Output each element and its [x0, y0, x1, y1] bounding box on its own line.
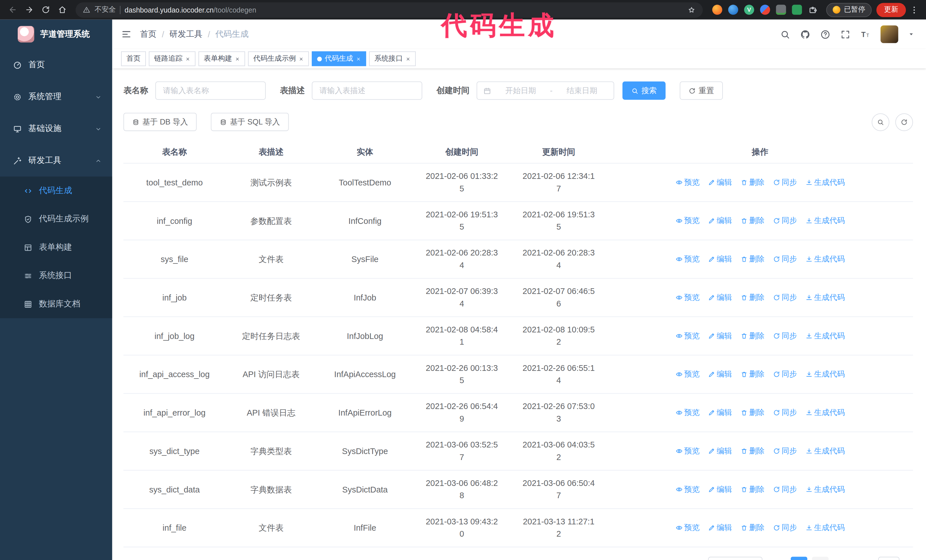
generate-code-action[interactable]: 生成代码 [805, 177, 845, 188]
close-icon[interactable] [406, 56, 410, 61]
generate-code-action[interactable]: 生成代码 [805, 522, 845, 533]
user-avatar[interactable] [881, 25, 898, 43]
sidebar-subitem-codegen-example[interactable]: 代码生成示例 [0, 205, 112, 233]
preview-action[interactable]: 预览 [675, 292, 699, 303]
import-db-button[interactable]: 基于 DB 导入 [123, 113, 197, 131]
sidebar-fold-icon[interactable] [121, 29, 132, 39]
view-tab-0[interactable]: 首页 [121, 51, 146, 66]
table-desc-input[interactable] [312, 82, 422, 100]
create-time-range-picker[interactable]: 开始日期 - 结束日期 [477, 82, 614, 100]
sync-action[interactable]: 同步 [773, 484, 797, 495]
edit-action[interactable]: 编辑 [708, 292, 732, 303]
edit-action[interactable]: 编辑 [708, 254, 732, 265]
preview-action[interactable]: 预览 [675, 407, 699, 418]
preview-action[interactable]: 预览 [675, 522, 699, 533]
preview-action[interactable]: 预览 [675, 177, 699, 188]
puzzle-extensions-icon[interactable] [808, 5, 818, 15]
refresh-table-button[interactable] [895, 113, 913, 131]
chrome-update-button[interactable]: 更新 [876, 3, 906, 17]
help-icon[interactable] [820, 29, 830, 39]
sync-action[interactable]: 同步 [773, 292, 797, 303]
toggle-search-button[interactable] [872, 113, 889, 131]
sync-action[interactable]: 同步 [773, 368, 797, 380]
sidebar-subitem-system-api[interactable]: 系统接口 [0, 261, 112, 290]
app-logo[interactable]: 芋道管理系统 [0, 20, 112, 49]
browser-menu-icon[interactable] [909, 5, 919, 15]
delete-action[interactable]: 删除 [740, 292, 764, 303]
edit-action[interactable]: 编辑 [708, 177, 732, 188]
delete-action[interactable]: 删除 [740, 368, 764, 380]
extension-icon-blue[interactable] [728, 5, 738, 15]
breadcrumb-item-devtools[interactable]: 研发工具 [169, 29, 203, 39]
view-tab-3[interactable]: 代码生成示例 [248, 51, 309, 66]
page-button-1[interactable]: 1 [791, 557, 807, 560]
sync-action[interactable]: 同步 [773, 215, 797, 226]
import-sql-button[interactable]: 基于 SQL 导入 [211, 113, 289, 131]
preview-action[interactable]: 预览 [675, 445, 699, 457]
sync-action[interactable]: 同步 [773, 330, 797, 341]
view-tab-5[interactable]: 系统接口 [369, 51, 416, 66]
delete-action[interactable]: 删除 [740, 177, 764, 188]
next-page-button[interactable] [835, 557, 851, 560]
delete-action[interactable]: 删除 [740, 407, 764, 418]
edit-action[interactable]: 编辑 [708, 368, 732, 380]
sync-action[interactable]: 同步 [773, 177, 797, 188]
sidebar-item-system[interactable]: 系统管理 [0, 81, 112, 113]
delete-action[interactable]: 删除 [740, 445, 764, 457]
close-icon[interactable] [356, 56, 361, 61]
sidebar-item-home[interactable]: 首页 [0, 49, 112, 81]
page-button-2[interactable]: 2 [812, 557, 829, 560]
delete-action[interactable]: 删除 [740, 330, 764, 341]
extension-icon-people[interactable] [760, 5, 770, 15]
preview-action[interactable]: 预览 [675, 368, 699, 380]
breadcrumb-item-home[interactable]: 首页 [140, 29, 156, 39]
edit-action[interactable]: 编辑 [708, 330, 732, 341]
preview-action[interactable]: 预览 [675, 254, 699, 265]
sidebar-item-infra[interactable]: 基础设施 [0, 113, 112, 145]
generate-code-action[interactable]: 生成代码 [805, 330, 845, 341]
bookmark-star-icon[interactable] [687, 6, 696, 14]
browser-home-button[interactable] [54, 2, 70, 17]
table-name-input[interactable] [155, 82, 266, 100]
view-tab-1[interactable]: 链路追踪 [149, 51, 195, 66]
generate-code-action[interactable]: 生成代码 [805, 445, 845, 457]
preview-action[interactable]: 预览 [675, 330, 699, 341]
delete-action[interactable]: 删除 [740, 254, 764, 265]
extension-icon-green[interactable] [792, 5, 802, 15]
preview-action[interactable]: 预览 [675, 484, 699, 495]
sync-action[interactable]: 同步 [773, 407, 797, 418]
close-icon[interactable] [299, 56, 304, 61]
generate-code-action[interactable]: 生成代码 [805, 215, 845, 226]
fullscreen-icon[interactable] [840, 29, 850, 39]
preview-action[interactable]: 预览 [675, 215, 699, 226]
close-icon[interactable] [186, 56, 190, 61]
sync-action[interactable]: 同步 [773, 254, 797, 265]
view-tab-2[interactable]: 表单构建 [198, 51, 245, 66]
sync-action[interactable]: 同步 [773, 522, 797, 533]
edit-action[interactable]: 编辑 [708, 484, 732, 495]
goto-page-input[interactable] [878, 557, 899, 560]
extension-icon-tray[interactable] [776, 5, 786, 15]
browser-reload-button[interactable] [38, 2, 53, 17]
browser-forward-button[interactable] [21, 2, 37, 17]
font-size-icon[interactable] [861, 29, 870, 39]
browser-back-button[interactable] [5, 2, 20, 17]
delete-action[interactable]: 删除 [740, 215, 764, 226]
sidebar-subitem-db-doc[interactable]: 数据库文档 [0, 290, 112, 318]
generate-code-action[interactable]: 生成代码 [805, 368, 845, 380]
user-menu-caret-icon[interactable] [908, 31, 914, 37]
sync-action[interactable]: 同步 [773, 445, 797, 457]
extension-icon-vue[interactable]: V [744, 5, 754, 15]
prev-page-button[interactable] [769, 557, 785, 560]
edit-action[interactable]: 编辑 [708, 522, 732, 533]
extension-icon-orange[interactable] [712, 5, 722, 15]
generate-code-action[interactable]: 生成代码 [805, 484, 845, 495]
close-icon[interactable] [235, 56, 240, 61]
url-bar[interactable]: 不安全 dashboard.yudao.iocoder.cn/tool/code… [76, 2, 703, 17]
edit-action[interactable]: 编辑 [708, 407, 732, 418]
reset-button[interactable]: 重置 [680, 82, 723, 100]
edit-action[interactable]: 编辑 [708, 445, 732, 457]
search-button[interactable]: 搜索 [623, 82, 666, 100]
view-tab-4[interactable]: 代码生成 [312, 51, 366, 66]
generate-code-action[interactable]: 生成代码 [805, 292, 845, 303]
